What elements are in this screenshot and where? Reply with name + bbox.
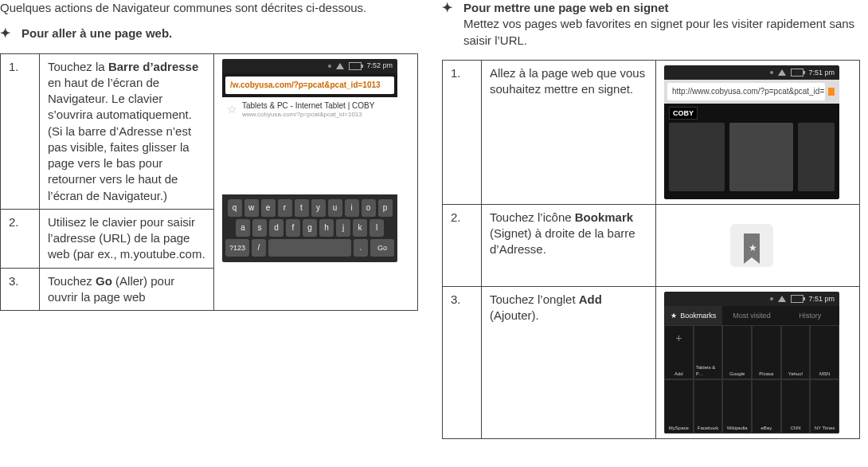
key-go: Go: [370, 239, 394, 257]
tab-bookmarks: ★ Bookmarks: [664, 306, 722, 325]
kbd-row-3: ?123 / . Go: [225, 239, 394, 257]
arrow-icon: ✦: [0, 26, 10, 41]
battery-icon: [791, 69, 803, 77]
wifi-icon: [778, 69, 786, 76]
key: d: [269, 219, 283, 237]
bookmark-tabs: ★ Bookmarks Most visited History: [664, 306, 839, 325]
screenshot-cell: 7:51 pm http://www.cobyusa.com/?p=pcat&p…: [656, 60, 860, 204]
slide: [798, 123, 835, 191]
bookmark-flag-icon: [828, 88, 835, 96]
step1-bold: Barre d’adresse: [108, 60, 198, 73]
step1-pre: Touchez la: [48, 60, 108, 73]
heading-right-text: Pour mettre une page web en signet: [463, 1, 669, 14]
address-bar: http://www.cobyusa.com/?p=pcat&pcat_id=1…: [667, 83, 825, 100]
key: u: [328, 199, 342, 217]
cell: Picasa: [752, 325, 781, 379]
page-subtitle: www.cobyusa.com/?p=pcat&pcat_id=1013: [242, 111, 374, 120]
bookmark-icon: ★: [730, 224, 773, 267]
ribbon-icon: ★: [744, 234, 760, 257]
cell: CNN: [781, 379, 811, 434]
slide: [729, 123, 793, 191]
step-text: Touchez l’onglet Add (Ajouter).: [482, 286, 656, 438]
kbd-row-2: a s d f g h j k l: [225, 219, 394, 237]
left-column: Quelques actions de Navigateur communes …: [0, 0, 418, 459]
step2-post: (Signet) à droite de la barre d’Adresse.: [490, 226, 635, 256]
key: j: [336, 219, 350, 237]
key: t: [295, 199, 309, 217]
heading-right-block: Pour mettre une page web en signet Mette…: [463, 0, 860, 49]
key: e: [261, 199, 276, 217]
key: y: [311, 199, 326, 217]
signal-icon: [770, 297, 773, 300]
key: g: [303, 219, 317, 237]
table-row: 1. Allez à la page web que vous souhaite…: [443, 60, 860, 204]
battery-icon: [791, 295, 803, 303]
right-column: ✦ Pour mettre une page web en signet Met…: [442, 0, 860, 459]
page: Quelques actions de Navigateur communes …: [0, 0, 868, 467]
step-number: 3.: [1, 268, 40, 311]
status-bar: 7:51 pm: [664, 65, 839, 80]
signal-icon: [770, 71, 773, 74]
battery-icon: [349, 62, 362, 70]
cell: MSN: [810, 325, 839, 379]
step-text: Touchez Go (Aller) pour ouvrir la page w…: [40, 268, 214, 311]
step3-bold: Go: [96, 274, 112, 288]
key: w: [244, 199, 259, 217]
key: l: [369, 219, 384, 237]
kbd-row-1: q w e r t y u i o p: [225, 199, 394, 217]
phone-mock-bookmarks: 7:51 pm ★ Bookmarks Most visited History…: [664, 292, 839, 434]
star-icon: ★: [749, 241, 757, 254]
key: k: [353, 219, 367, 237]
cell: Tablets & P…: [694, 325, 723, 379]
key-slash: /: [252, 239, 266, 257]
step-number: 2.: [1, 209, 40, 268]
status-bar: 7:52 pm: [222, 59, 397, 73]
wifi-icon: [336, 63, 344, 69]
cell: eBay: [752, 379, 781, 434]
step3-bold: Add: [579, 292, 602, 306]
heading-right: ✦ Pour mettre une page web en signet Met…: [442, 0, 860, 49]
cell-add: Add: [664, 325, 694, 379]
step-text: Utilisez le clavier pour saisir l’adress…: [40, 209, 214, 268]
bookmark-icon-box: ★: [664, 210, 839, 281]
bookmarks-grid: ★ Bookmarks Most visited History Add Tab…: [664, 306, 839, 434]
bookmark-star-icon: ☆: [227, 102, 237, 117]
key: r: [278, 199, 292, 217]
phone-mock-page: 7:51 pm http://www.cobyusa.com/?p=pcat&p…: [664, 65, 839, 199]
arrow-icon: ✦: [442, 0, 452, 15]
step3-pre: Touchez l’onglet: [490, 292, 579, 306]
clock: 7:51 pm: [808, 294, 835, 304]
cell: Google: [722, 325, 752, 379]
right-table: 1. Allez à la page web que vous souhaite…: [442, 60, 860, 439]
cell: Facebook: [694, 379, 723, 434]
screenshot-cell: 7:51 pm ★ Bookmarks Most visited History…: [656, 286, 860, 438]
slide: [669, 123, 725, 191]
signal-icon: [328, 65, 331, 68]
step-text: Touchez l’icône Bookmark (Signet) à droi…: [482, 204, 656, 286]
page-title: Tablets & PC - Internet Tablet | COBY: [242, 100, 374, 112]
table-row: 2. Touchez l’icône Bookmark (Signet) à d…: [443, 204, 860, 286]
step3-pre: Touchez: [48, 274, 96, 288]
cell: NY Times: [810, 379, 839, 434]
cell: Yahoo!: [781, 325, 811, 379]
heading-left: ✦ Pour aller à une page web.: [0, 26, 418, 41]
bookmark-cells: Add Tablets & P… Google Picasa Yahoo! MS…: [664, 325, 839, 434]
heading-left-text: Pour aller à une page web.: [22, 26, 418, 41]
wifi-icon: [778, 296, 786, 302]
step-text: Allez à la page web que vous souhaitez m…: [482, 60, 656, 204]
phone-mock-keyboard: 7:52 pm /w.cobyusa.com/?p=pcat&pcat_id=1…: [222, 59, 397, 262]
screenshot-cell: 7:52 pm /w.cobyusa.com/?p=pcat&pcat_id=1…: [214, 53, 418, 311]
key-space: [268, 239, 351, 257]
step1-post: en haut de l’écran de Navigateur. Le cla…: [48, 76, 192, 202]
cell: Wikipedia: [722, 379, 752, 434]
screenshot-cell: ★: [656, 204, 860, 286]
coby-logo: COBY: [669, 107, 698, 120]
key: a: [236, 219, 250, 237]
left-table: 1. Touchez la Barre d’adresse en haut de…: [0, 53, 418, 312]
table-row: 1. Touchez la Barre d’adresse en haut de…: [1, 53, 418, 209]
page-title-block: Tablets & PC - Internet Tablet | COBY ww…: [242, 100, 374, 120]
step-number: 3.: [443, 286, 482, 438]
cell: MySpace: [664, 379, 694, 434]
intro-text: Quelques actions de Navigateur communes …: [0, 0, 418, 16]
step-text: Touchez la Barre d’adresse en haut de l’…: [40, 53, 214, 209]
